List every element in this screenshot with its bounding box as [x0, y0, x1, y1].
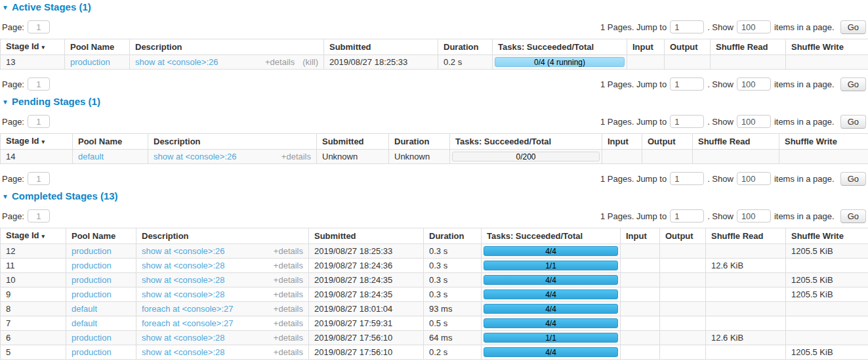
- page-number-input[interactable]: [28, 77, 50, 91]
- description-link[interactable]: foreach at <console>:27: [142, 304, 234, 314]
- jump-to-input[interactable]: [670, 115, 704, 128]
- stage-id-cell: 5: [1, 345, 66, 360]
- col-header-pool[interactable]: Pool Name: [65, 39, 130, 55]
- show-items-input[interactable]: [737, 209, 771, 223]
- go-button[interactable]: Go: [840, 172, 866, 186]
- section-heading-pending[interactable]: ▼Pending Stages (1): [2, 96, 868, 107]
- description-link[interactable]: show at <console>:26: [135, 57, 218, 67]
- shuffle-read-cell: [706, 345, 786, 360]
- description-link[interactable]: show at <console>:28: [142, 347, 224, 357]
- col-header-duration[interactable]: Duration: [389, 134, 450, 150]
- col-header-input[interactable]: Input: [602, 134, 642, 150]
- duration-cell: 0.3 s: [424, 287, 482, 302]
- col-header-duration[interactable]: Duration: [424, 228, 482, 244]
- col-header-submitted[interactable]: Submitted: [317, 134, 389, 150]
- col-header-label: Duration: [394, 137, 429, 146]
- description-link[interactable]: show at <console>:28: [142, 333, 224, 343]
- show-items-input[interactable]: [737, 77, 771, 91]
- details-toggle[interactable]: +details: [265, 57, 295, 67]
- description-link[interactable]: show at <console>:28: [142, 275, 224, 285]
- show-items-input[interactable]: [737, 115, 771, 128]
- description-link[interactable]: show at <console>:26: [142, 246, 224, 256]
- col-header-output[interactable]: Output: [660, 228, 706, 244]
- col-header-shuffle-write[interactable]: Shuffle Write: [786, 228, 868, 244]
- pool-name-link[interactable]: production: [72, 289, 112, 299]
- show-items-input[interactable]: [737, 20, 771, 33]
- col-header-output[interactable]: Output: [665, 39, 711, 55]
- section-heading-completed[interactable]: ▼Completed Stages (13): [2, 190, 868, 202]
- col-header-duration[interactable]: Duration: [438, 39, 493, 55]
- details-toggle[interactable]: +details: [274, 261, 303, 270]
- pool-name-link[interactable]: default: [78, 152, 104, 161]
- task-progress-label: 4/4: [545, 247, 556, 256]
- col-header-shuffle-read[interactable]: Shuffle Read: [711, 39, 786, 55]
- details-toggle[interactable]: +details: [274, 275, 303, 285]
- items-per-page-label: items in a page.: [774, 174, 835, 184]
- col-header-pool[interactable]: Pool Name: [73, 134, 148, 150]
- go-button[interactable]: Go: [840, 20, 866, 34]
- col-header-description[interactable]: Description: [130, 39, 324, 55]
- col-header-pool[interactable]: Pool Name: [66, 228, 136, 244]
- duration-cell: 0.2 s: [424, 345, 482, 360]
- pool-name-link[interactable]: default: [72, 304, 97, 314]
- pool-name-link[interactable]: production: [72, 275, 112, 285]
- show-items-input[interactable]: [737, 172, 771, 185]
- jump-to-input[interactable]: [670, 209, 704, 223]
- col-header-label: Tasks: Succeeded/Total: [455, 137, 551, 146]
- pool-name-link[interactable]: production: [70, 57, 110, 67]
- col-header-stage-id[interactable]: Stage Id▾: [1, 39, 65, 55]
- go-button[interactable]: Go: [840, 209, 866, 223]
- details-toggle[interactable]: +details: [274, 333, 303, 343]
- col-header-submitted[interactable]: Submitted: [309, 228, 424, 244]
- stage-id-cell: 11: [1, 259, 66, 273]
- col-header-output[interactable]: Output: [642, 134, 693, 150]
- col-header-input[interactable]: Input: [627, 39, 665, 55]
- details-toggle[interactable]: +details: [274, 289, 303, 299]
- input-cell: [621, 244, 660, 259]
- details-toggle[interactable]: +details: [274, 246, 303, 256]
- col-header-input[interactable]: Input: [621, 228, 660, 244]
- jump-to-input[interactable]: [670, 20, 704, 33]
- section-heading-active[interactable]: ▼Active Stages (1): [2, 1, 868, 12]
- col-header-tasks[interactable]: Tasks: Succeeded/Total: [493, 39, 627, 55]
- details-toggle[interactable]: +details: [274, 304, 303, 314]
- pool-name-link[interactable]: production: [72, 333, 112, 343]
- go-button[interactable]: Go: [840, 115, 866, 129]
- go-button[interactable]: Go: [840, 77, 866, 91]
- col-header-submitted[interactable]: Submitted: [324, 39, 438, 55]
- task-progress-label: 1/1: [545, 333, 556, 343]
- page-number-input[interactable]: [28, 20, 50, 33]
- page-number-group: Page:: [2, 115, 50, 128]
- col-header-description[interactable]: Description: [148, 134, 317, 150]
- pool-name-link[interactable]: production: [72, 347, 112, 357]
- details-toggle[interactable]: +details: [274, 347, 303, 357]
- col-header-label: Shuffle Write: [791, 231, 844, 241]
- page-number-input[interactable]: [28, 172, 50, 185]
- col-header-description[interactable]: Description: [136, 228, 309, 244]
- col-header-stage-id[interactable]: Stage Id▾: [1, 134, 73, 150]
- col-header-tasks[interactable]: Tasks: Succeeded/Total: [450, 134, 602, 150]
- description-link[interactable]: foreach at <console>:27: [142, 318, 234, 328]
- tasks-cell: 0/4 (4 running): [493, 55, 627, 70]
- description-link[interactable]: show at <console>:26: [154, 152, 236, 161]
- description-link[interactable]: show at <console>:28: [142, 289, 224, 299]
- col-header-shuffle-write[interactable]: Shuffle Write: [786, 39, 868, 55]
- col-header-shuffle-write[interactable]: Shuffle Write: [779, 134, 868, 150]
- jump-to-input[interactable]: [670, 77, 704, 91]
- col-header-tasks[interactable]: Tasks: Succeeded/Total: [482, 228, 621, 244]
- description-link[interactable]: show at <console>:28: [142, 261, 224, 270]
- table-row: 13productionshow at <console>:26+details…: [1, 55, 868, 70]
- details-toggle[interactable]: +details: [281, 152, 311, 161]
- pool-name-link[interactable]: production: [72, 246, 112, 256]
- col-header-shuffle-read[interactable]: Shuffle Read: [706, 228, 786, 244]
- details-toggle[interactable]: +details: [274, 318, 303, 328]
- page-number-input[interactable]: [28, 209, 50, 223]
- pool-name-link[interactable]: default: [72, 318, 97, 328]
- kill-link[interactable]: (kill): [302, 57, 318, 67]
- pool-name-link[interactable]: production: [72, 261, 112, 270]
- description-wrap: foreach at <console>:27+details: [142, 318, 303, 328]
- col-header-stage-id[interactable]: Stage Id▾: [1, 228, 66, 244]
- jump-to-input[interactable]: [670, 172, 704, 185]
- page-number-input[interactable]: [28, 115, 50, 128]
- col-header-shuffle-read[interactable]: Shuffle Read: [693, 134, 779, 150]
